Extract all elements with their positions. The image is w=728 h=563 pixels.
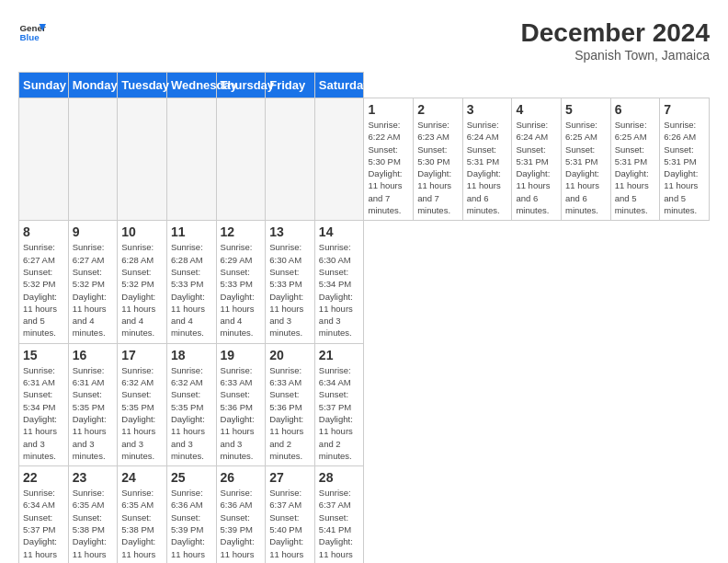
day-info: Sunrise: 6:33 AM Sunset: 5:36 PM Dayligh…	[269, 364, 311, 462]
header-sunday: Sunday	[19, 73, 69, 98]
calendar-cell: 25 Sunrise: 6:36 AM Sunset: 5:39 PM Dayl…	[166, 466, 216, 563]
calendar-cell: 16 Sunrise: 6:31 AM Sunset: 5:35 PM Dayl…	[68, 343, 118, 465]
day-info: Sunrise: 6:24 AM Sunset: 5:31 PM Dayligh…	[516, 119, 557, 216]
location-subtitle: Spanish Town, Jamaica	[521, 48, 710, 63]
calendar-cell: 15 Sunrise: 6:31 AM Sunset: 5:34 PM Dayl…	[19, 343, 69, 465]
calendar-cell: 28 Sunrise: 6:37 AM Sunset: 5:41 PM Dayl…	[314, 466, 364, 563]
calendar-cell: 9 Sunrise: 6:27 AM Sunset: 5:32 PM Dayli…	[68, 221, 118, 343]
calendar-cell	[118, 98, 167, 221]
day-info: Sunrise: 6:27 AM Sunset: 5:32 PM Dayligh…	[73, 241, 114, 339]
day-number: 16	[73, 348, 114, 362]
day-info: Sunrise: 6:35 AM Sunset: 5:38 PM Dayligh…	[121, 487, 163, 563]
calendar-cell: 13 Sunrise: 6:30 AM Sunset: 5:33 PM Dayl…	[266, 221, 315, 343]
day-number: 27	[269, 470, 311, 485]
day-number: 5	[565, 102, 607, 117]
title-section: December 2024 Spanish Town, Jamaica	[521, 18, 710, 63]
calendar-cell	[68, 98, 118, 221]
day-number: 24	[121, 470, 163, 485]
calendar-cell: 19 Sunrise: 6:33 AM Sunset: 5:36 PM Dayl…	[216, 343, 266, 465]
page-header: General Blue December 2024 Spanish Town,…	[18, 18, 710, 63]
svg-text:Blue: Blue	[20, 32, 40, 42]
day-info: Sunrise: 6:31 AM Sunset: 5:34 PM Dayligh…	[23, 364, 64, 462]
day-info: Sunrise: 6:29 AM Sunset: 5:33 PM Dayligh…	[221, 241, 262, 339]
day-info: Sunrise: 6:23 AM Sunset: 5:30 PM Dayligh…	[417, 119, 459, 216]
calendar-cell: 8 Sunrise: 6:27 AM Sunset: 5:32 PM Dayli…	[19, 221, 69, 343]
day-number: 10	[121, 224, 163, 239]
header-saturday: Saturday	[314, 73, 364, 98]
header-tuesday: Tuesday	[118, 73, 167, 98]
day-info: Sunrise: 6:24 AM Sunset: 5:31 PM Dayligh…	[467, 119, 508, 216]
day-info: Sunrise: 6:37 AM Sunset: 5:40 PM Dayligh…	[269, 487, 311, 563]
day-info: Sunrise: 6:30 AM Sunset: 5:34 PM Dayligh…	[319, 241, 360, 339]
day-info: Sunrise: 6:37 AM Sunset: 5:41 PM Dayligh…	[319, 487, 360, 563]
header-thursday: Thursday	[216, 73, 266, 98]
day-info: Sunrise: 6:34 AM Sunset: 5:37 PM Dayligh…	[23, 487, 64, 563]
calendar-week-row: 8 Sunrise: 6:27 AM Sunset: 5:32 PM Dayli…	[19, 221, 710, 343]
calendar-cell	[314, 98, 364, 221]
day-number: 11	[171, 224, 212, 239]
day-number: 26	[221, 470, 262, 485]
calendar-cell: 17 Sunrise: 6:32 AM Sunset: 5:35 PM Dayl…	[118, 343, 167, 465]
calendar-cell: 24 Sunrise: 6:35 AM Sunset: 5:38 PM Dayl…	[118, 466, 167, 563]
calendar-cell: 6 Sunrise: 6:25 AM Sunset: 5:31 PM Dayli…	[610, 98, 660, 221]
calendar-cell: 27 Sunrise: 6:37 AM Sunset: 5:40 PM Dayl…	[266, 466, 315, 563]
day-number: 3	[467, 102, 508, 117]
calendar-cell: 2 Sunrise: 6:23 AM Sunset: 5:30 PM Dayli…	[414, 98, 463, 221]
day-number: 8	[23, 224, 64, 239]
day-info: Sunrise: 6:34 AM Sunset: 5:37 PM Dayligh…	[319, 364, 360, 462]
logo: General Blue	[18, 18, 46, 46]
day-number: 15	[23, 348, 64, 362]
calendar-cell: 4 Sunrise: 6:24 AM Sunset: 5:31 PM Dayli…	[512, 98, 562, 221]
day-info: Sunrise: 6:25 AM Sunset: 5:31 PM Dayligh…	[565, 119, 607, 216]
day-number: 22	[23, 470, 64, 485]
calendar-cell	[216, 98, 266, 221]
logo-icon: General Blue	[18, 18, 46, 46]
day-number: 21	[319, 348, 360, 362]
day-info: Sunrise: 6:32 AM Sunset: 5:35 PM Dayligh…	[121, 364, 163, 462]
day-info: Sunrise: 6:32 AM Sunset: 5:35 PM Dayligh…	[171, 364, 212, 462]
calendar-cell	[166, 98, 216, 221]
day-number: 13	[269, 224, 311, 239]
day-number: 19	[221, 348, 262, 362]
calendar-cell: 12 Sunrise: 6:29 AM Sunset: 5:33 PM Dayl…	[216, 221, 266, 343]
calendar-week-row: 22 Sunrise: 6:34 AM Sunset: 5:37 PM Dayl…	[19, 466, 710, 563]
day-number: 9	[73, 224, 114, 239]
day-info: Sunrise: 6:26 AM Sunset: 5:31 PM Dayligh…	[664, 119, 705, 216]
calendar-cell: 20 Sunrise: 6:33 AM Sunset: 5:36 PM Dayl…	[266, 343, 315, 465]
day-number: 7	[664, 102, 705, 117]
calendar-header-row: Sunday Monday Tuesday Wednesday Thursday…	[19, 73, 710, 98]
calendar-cell: 1 Sunrise: 6:22 AM Sunset: 5:30 PM Dayli…	[364, 98, 414, 221]
day-info: Sunrise: 6:28 AM Sunset: 5:33 PM Dayligh…	[171, 241, 212, 339]
day-info: Sunrise: 6:33 AM Sunset: 5:36 PM Dayligh…	[221, 364, 262, 462]
header-monday: Monday	[68, 73, 118, 98]
calendar-cell	[19, 98, 69, 221]
calendar-cell: 11 Sunrise: 6:28 AM Sunset: 5:33 PM Dayl…	[166, 221, 216, 343]
calendar-cell: 18 Sunrise: 6:32 AM Sunset: 5:35 PM Dayl…	[166, 343, 216, 465]
calendar-week-row: 1 Sunrise: 6:22 AM Sunset: 5:30 PM Dayli…	[19, 98, 710, 221]
day-info: Sunrise: 6:36 AM Sunset: 5:39 PM Dayligh…	[221, 487, 262, 563]
calendar-cell: 7 Sunrise: 6:26 AM Sunset: 5:31 PM Dayli…	[660, 98, 710, 221]
calendar-table: Sunday Monday Tuesday Wednesday Thursday…	[18, 72, 710, 563]
day-number: 2	[417, 102, 459, 117]
calendar-cell: 26 Sunrise: 6:36 AM Sunset: 5:39 PM Dayl…	[216, 466, 266, 563]
day-info: Sunrise: 6:31 AM Sunset: 5:35 PM Dayligh…	[73, 364, 114, 462]
day-number: 25	[171, 470, 212, 485]
day-info: Sunrise: 6:22 AM Sunset: 5:30 PM Dayligh…	[368, 119, 409, 216]
calendar-cell	[266, 98, 315, 221]
calendar-cell: 21 Sunrise: 6:34 AM Sunset: 5:37 PM Dayl…	[314, 343, 364, 465]
calendar-cell: 3 Sunrise: 6:24 AM Sunset: 5:31 PM Dayli…	[462, 98, 512, 221]
month-year-title: December 2024	[521, 18, 710, 48]
day-number: 12	[221, 224, 262, 239]
header-friday: Friday	[266, 73, 315, 98]
day-number: 18	[171, 348, 212, 362]
day-number: 20	[269, 348, 311, 362]
day-number: 14	[319, 224, 360, 239]
day-info: Sunrise: 6:35 AM Sunset: 5:38 PM Dayligh…	[73, 487, 114, 563]
day-info: Sunrise: 6:27 AM Sunset: 5:32 PM Dayligh…	[23, 241, 64, 339]
day-info: Sunrise: 6:25 AM Sunset: 5:31 PM Dayligh…	[615, 119, 656, 216]
calendar-cell: 10 Sunrise: 6:28 AM Sunset: 5:32 PM Dayl…	[118, 221, 167, 343]
day-info: Sunrise: 6:28 AM Sunset: 5:32 PM Dayligh…	[121, 241, 163, 339]
day-number: 4	[516, 102, 557, 117]
day-number: 6	[615, 102, 656, 117]
day-info: Sunrise: 6:36 AM Sunset: 5:39 PM Dayligh…	[171, 487, 212, 563]
